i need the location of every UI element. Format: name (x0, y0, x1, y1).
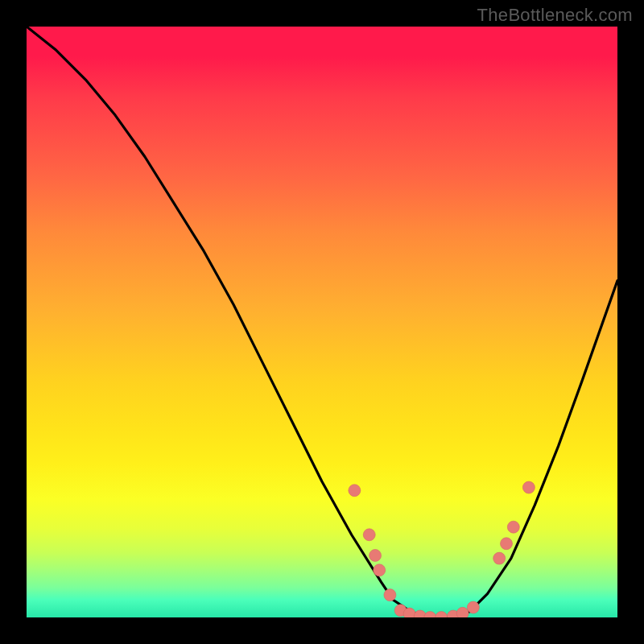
data-point (349, 485, 361, 497)
data-point (424, 612, 436, 618)
curve-layer (27, 27, 617, 617)
data-point (501, 538, 513, 550)
data-point (493, 552, 506, 564)
data-point (403, 608, 415, 617)
data-point (369, 549, 382, 561)
data-point (522, 481, 535, 493)
data-point (507, 521, 519, 533)
watermark-text: TheBottleneck.com (477, 5, 633, 26)
data-point (436, 612, 448, 618)
data-points (349, 481, 535, 617)
bottleneck-curve (27, 27, 617, 617)
data-point (467, 601, 479, 613)
data-point (363, 529, 375, 541)
data-point (384, 589, 396, 601)
data-point (456, 607, 469, 617)
plot-area (27, 27, 617, 617)
data-point (374, 564, 386, 576)
chart-stage: TheBottleneck.com (0, 0, 644, 644)
